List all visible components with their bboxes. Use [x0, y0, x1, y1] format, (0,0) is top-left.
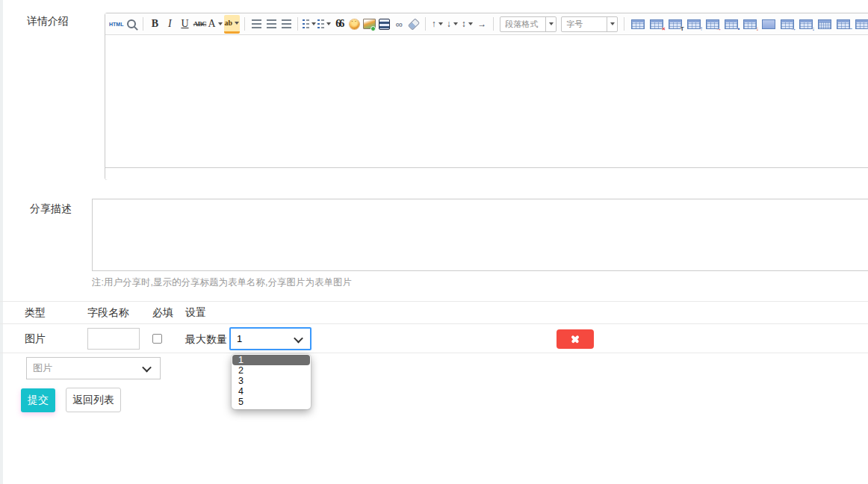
insert-media-icon[interactable] — [377, 16, 391, 32]
dropdown-caret-icon — [311, 22, 316, 25]
insert-row-below-icon[interactable]: ↓ — [799, 19, 813, 29]
max-count-value: 1 — [231, 333, 242, 344]
highlight-color-icon[interactable]: ab — [224, 15, 241, 34]
split-rows-icon[interactable]: ─ — [837, 19, 850, 29]
table-header-border — [0, 323, 868, 324]
icon-badge: ↑ — [700, 26, 703, 32]
table-cell-props-icon[interactable]: T — [669, 19, 682, 29]
font-size-select[interactable]: 字号 — [561, 16, 618, 32]
chevron-down-icon — [607, 17, 617, 31]
detail-intro-label: 详情介绍 — [27, 15, 69, 28]
italic-icon[interactable]: I — [163, 16, 176, 32]
insert-col-right-icon[interactable]: → — [781, 19, 794, 29]
underline-icon[interactable]: U — [178, 16, 191, 32]
table-top-border — [0, 301, 868, 302]
required-checkbox[interactable] — [152, 334, 162, 344]
merge-cells-icon[interactable] — [818, 19, 831, 29]
new-field-type-select[interactable]: 图片 — [26, 357, 161, 379]
insert-row-above-icon[interactable]: ↑ — [687, 19, 701, 29]
editor-content-area[interactable] — [105, 35, 868, 167]
dropdown-caret-icon — [326, 22, 331, 25]
field-name-input[interactable] — [87, 328, 140, 350]
blockquote-icon[interactable]: 66 — [332, 16, 346, 32]
column-header: 设置 — [185, 306, 206, 320]
column-header: 类型 — [25, 306, 46, 320]
delete-table-icon[interactable]: × — [650, 19, 663, 29]
window-edge-strip — [0, 0, 3, 484]
toolbar-separator — [244, 17, 245, 31]
delete-row-icon[interactable]: → — [706, 19, 719, 29]
font-size-select-value: 字号 — [562, 19, 607, 30]
line-height-icon[interactable]: ↕ — [460, 16, 474, 32]
dropdown-caret-icon — [468, 22, 473, 25]
share-note: 注:用户分享时,显示的分享标题为表单名称,分享图片为表单图片 — [92, 276, 352, 289]
icon-badge: ─ — [848, 26, 852, 32]
insert-link-icon[interactable]: ∞ — [392, 16, 406, 32]
ordered-list-icon[interactable] — [303, 16, 316, 32]
max-count-option[interactable]: 5 — [232, 397, 311, 407]
share-desc-label: 分享描述 — [30, 202, 72, 216]
icon-badge: ▪ — [738, 26, 740, 32]
toolbar-separator — [624, 17, 624, 31]
align-right-icon[interactable] — [279, 16, 293, 32]
rich-text-editor: HTMLBIUABCAab66∞↑↓↕→段落格式字号×T↑→▪↓→↓─∥ — [105, 13, 868, 180]
dropdown-caret-icon — [218, 22, 223, 25]
chevron-down-icon — [545, 17, 556, 31]
icon-badge: T — [681, 26, 684, 32]
icon-badge: → — [790, 26, 796, 32]
dropdown-caret-icon — [438, 22, 443, 25]
max-count-label: 最大数量 — [185, 333, 227, 347]
column-header: 字段名称 — [87, 306, 129, 320]
indent-icon[interactable]: → — [475, 16, 489, 32]
icon-badge: ↓ — [756, 26, 759, 32]
paragraph-format-select[interactable]: 段落格式 — [500, 16, 557, 32]
toolbar-separator — [143, 17, 143, 31]
editor-statusbar — [105, 167, 868, 180]
field-type-cell: 图片 — [25, 332, 46, 346]
max-count-dropdown: 12345 — [232, 354, 311, 409]
paragraph-format-select-value: 段落格式 — [500, 19, 545, 30]
strikethrough-icon[interactable]: ABC — [193, 16, 206, 32]
share-desc-textarea[interactable] — [92, 199, 868, 271]
new-field-type-value: 图片 — [27, 362, 52, 375]
chevron-down-icon — [142, 363, 152, 373]
unordered-list-icon[interactable] — [317, 16, 331, 32]
toolbar-separator — [297, 17, 298, 31]
table-row-border — [0, 353, 868, 353]
align-left-icon[interactable] — [249, 16, 263, 32]
toolbar-separator — [493, 17, 494, 31]
max-count-select[interactable]: 1 — [229, 327, 311, 350]
max-count-option[interactable]: 2 — [232, 365, 311, 376]
preview-icon[interactable] — [125, 16, 138, 32]
column-header: 必填 — [152, 306, 173, 320]
cell-fill-icon[interactable] — [762, 19, 775, 29]
html-source-icon[interactable]: HTML — [109, 16, 123, 32]
delete-field-button[interactable] — [557, 329, 594, 349]
insert-table-icon[interactable] — [631, 19, 645, 29]
split-cols-icon[interactable]: ∥ — [855, 19, 868, 29]
dropdown-caret-icon — [235, 22, 239, 25]
max-count-option[interactable]: 1 — [232, 355, 310, 365]
editor-toolbar: HTMLBIUABCAab66∞↑↓↕→段落格式字号×T↑→▪↓→↓─∥ — [105, 13, 868, 35]
bold-icon[interactable]: B — [148, 16, 161, 32]
icon-badge: ↓ — [812, 26, 815, 32]
submit-button[interactable]: 提交 — [21, 388, 55, 412]
toolbar-separator — [425, 17, 426, 31]
align-center-icon[interactable] — [264, 16, 278, 32]
max-count-option[interactable]: 4 — [232, 386, 311, 397]
font-color-icon[interactable]: A — [208, 16, 222, 32]
margin-top-icon[interactable]: ↑ — [430, 16, 444, 32]
emoticon-icon[interactable] — [347, 16, 361, 32]
icon-badge: × — [662, 26, 666, 32]
margin-bottom-icon[interactable]: ↓ — [445, 16, 459, 32]
remove-format-icon[interactable] — [407, 16, 421, 32]
insert-col-left-icon[interactable]: ▪ — [725, 19, 738, 29]
delete-col-icon[interactable]: ↓ — [743, 19, 757, 29]
insert-image-icon[interactable] — [362, 16, 376, 32]
max-count-option[interactable]: 3 — [232, 376, 311, 386]
chevron-down-icon — [294, 334, 303, 344]
back-to-list-button[interactable]: 返回列表 — [66, 388, 121, 412]
icon-badge: → — [716, 26, 722, 32]
dropdown-caret-icon — [453, 22, 458, 25]
